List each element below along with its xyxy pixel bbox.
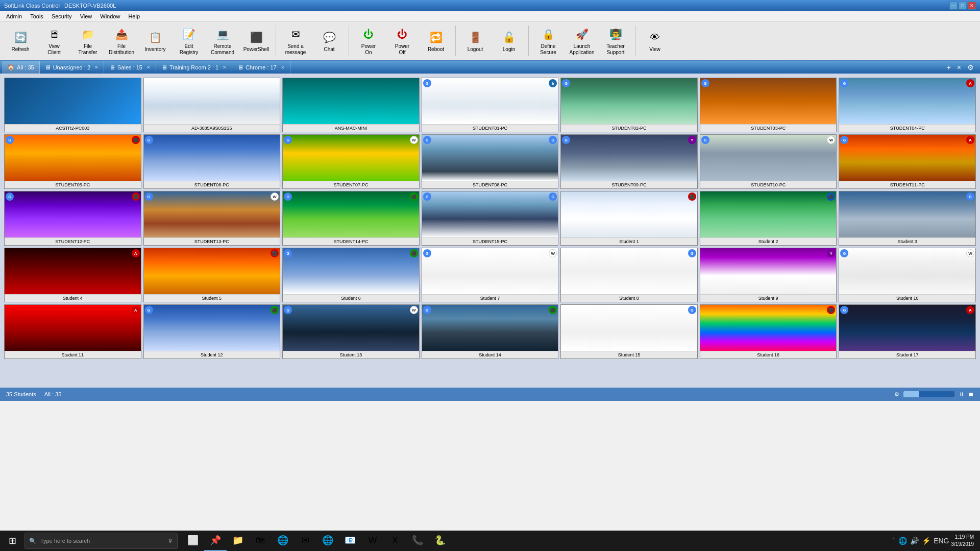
student-s14[interactable]: G ⬛ Student 14 (422, 304, 559, 359)
student-ST05[interactable]: G ⬛ STUDENT05-PC (4, 134, 141, 189)
student-s2[interactable]: ⬛ Student 2 (700, 191, 837, 246)
taskbar-app-explorer[interactable]: 📁 (227, 531, 249, 551)
close-button[interactable]: ✕ (968, 2, 976, 10)
systray-sound[interactable]: 🔊 (910, 537, 919, 545)
student-s10[interactable]: G W Student 10 (839, 248, 976, 302)
taskbar-app-excel[interactable]: X (384, 531, 406, 551)
restore-button[interactable]: □ (959, 2, 967, 10)
reboot-button[interactable]: 🔁 Reboot (420, 23, 452, 58)
login-button[interactable]: 🔓 Login (493, 23, 525, 58)
student-ST01[interactable]: G b STUDENT01-PC (422, 78, 559, 132)
student-ST15[interactable]: G G STUDENT15-PC (422, 191, 559, 246)
taskbar-app-mail[interactable]: ✉ (294, 531, 316, 551)
student-ST06[interactable]: G STUDENT06-PC (143, 134, 281, 189)
power-on-button[interactable]: ⏻ PowerOn (352, 23, 385, 58)
file-distribution-button[interactable]: 📤 FileDistribution (105, 23, 138, 58)
student-s8[interactable]: G Student 8 (560, 248, 698, 302)
tab-sales[interactable]: 🖥 Sales : 15 ✕ (104, 61, 156, 74)
view-button[interactable]: 👁 View (639, 23, 671, 58)
student-s3[interactable]: G Student 3 (839, 191, 976, 246)
systray-chevron[interactable]: ˄ (892, 537, 895, 545)
tab-chrome[interactable]: 🖥 Chrome : 17 ✕ (232, 61, 290, 74)
student-ST10[interactable]: G W STUDENT10-PC (700, 134, 837, 189)
student-ST04[interactable]: G A STUDENT04-PC (839, 78, 976, 132)
menu-tools[interactable]: Tools (26, 12, 47, 20)
student-s13[interactable]: G W Student 13 (282, 304, 420, 359)
student-s1[interactable]: ⬛ Student 1 (560, 191, 698, 246)
student-ST02[interactable]: G STUDENT02-PC (560, 78, 698, 132)
window-controls[interactable]: — □ ✕ (949, 2, 976, 10)
student-s5[interactable]: ⬛ Student 5 (143, 248, 281, 302)
view-client-button[interactable]: 🖥 ViewClient (38, 23, 70, 58)
tab-settings-button[interactable]: ⚙ (965, 63, 976, 71)
separator-3 (455, 26, 456, 56)
student-s9[interactable]: Y Student 9 (700, 248, 837, 302)
launch-application-button[interactable]: 🚀 LaunchApplication (566, 23, 598, 58)
student-s6[interactable]: G ⬛ Student 6 (282, 248, 420, 302)
systray-battery[interactable]: ⚡ (922, 537, 930, 545)
remote-command-button[interactable]: 💻 RemoteCommand (206, 23, 239, 58)
edit-registry-button[interactable]: 📝 EditRegistry (173, 23, 205, 58)
menu-security[interactable]: Security (47, 12, 76, 20)
tab-training-close[interactable]: ✕ (223, 65, 227, 70)
file-transfer-button[interactable]: 📁 FileTransfer (71, 23, 104, 58)
tab-chrome-close[interactable]: ✕ (281, 65, 285, 70)
taskbar-app-taskview[interactable]: ⬜ (182, 531, 204, 551)
taskbar-app-phone[interactable]: 📞 (406, 531, 429, 551)
student-ACSTR2-PC003[interactable]: ACSTR2-PC003 (4, 78, 141, 132)
student-s7[interactable]: G W Student 7 (422, 248, 559, 302)
student-s17[interactable]: G A Student 17 (839, 304, 976, 359)
close-tab-button[interactable]: × (955, 63, 963, 71)
student-s16[interactable]: ⬛ Student 16 (700, 304, 837, 359)
student-ST07[interactable]: G W STUDENT07-PC (282, 134, 420, 189)
tab-unassigned-close[interactable]: ✕ (94, 65, 99, 70)
teacher-support-button[interactable]: 👨‍🏫 TeacherSupport (599, 23, 632, 58)
student-AD-PC[interactable]: AD-3085A9S0S1S5 (143, 78, 281, 132)
tab-all[interactable]: 🏠 All : 35 (2, 61, 40, 74)
tab-training[interactable]: 🖥 Training Room 2 : 1 ✕ (156, 61, 232, 74)
chat-button[interactable]: 💬 Chat (313, 23, 346, 58)
student-ST08[interactable]: G G STUDENT08-PC (422, 134, 559, 189)
taskbar-app-outlook[interactable]: 📧 (339, 531, 361, 551)
student-s12[interactable]: G ⬛ Student 12 (143, 304, 281, 359)
taskbar-search-box[interactable]: 🔍 Type here to search 🎙 (24, 533, 178, 549)
menu-admin[interactable]: Admin (2, 12, 26, 20)
student-ST09[interactable]: G Y STUDENT09-PC (560, 134, 698, 189)
tab-chrome-label: Chrome : 17 (246, 64, 277, 70)
taskbar-app-ie[interactable]: 🌐 (316, 531, 339, 551)
tab-sales-close[interactable]: ✕ (146, 65, 151, 70)
taskbar-clock[interactable]: 1:19 PM 3/19/2019 (951, 534, 974, 548)
menu-help[interactable]: Help (124, 12, 144, 20)
taskbar-app-python[interactable]: 🐍 (429, 531, 451, 551)
add-tab-button[interactable]: + (945, 63, 953, 71)
student-s4[interactable]: A Student 4 (4, 248, 141, 302)
student-ST12[interactable]: G ⬛ STUDENT12-PC (4, 191, 141, 246)
student-ST11[interactable]: G A STUDENT11-PC (839, 134, 976, 189)
taskbar-app-word[interactable]: W (361, 531, 384, 551)
student-s11[interactable]: A Student 11 (4, 304, 141, 359)
inventory-button[interactable]: 📋 Inventory (139, 23, 172, 58)
systray-network[interactable]: 🌐 (898, 537, 907, 545)
student-ST14[interactable]: G ⬛ STUDENT14-PC (282, 191, 420, 246)
define-secure-button[interactable]: 🔒 DefineSecure (532, 23, 565, 58)
send-message-button[interactable]: ✉ Send amessage (279, 23, 312, 58)
minimize-button[interactable]: — (949, 2, 958, 10)
taskbar-app-store[interactable]: 🛍 (249, 531, 272, 551)
tab-unassigned[interactable]: 🖥 Unassigned : 2 ✕ (40, 61, 104, 74)
progress-pause[interactable]: ⏸ (959, 391, 964, 397)
powershell-button[interactable]: ⬛ PowerShell (240, 23, 273, 58)
menu-window[interactable]: Window (96, 12, 124, 20)
menu-view[interactable]: View (76, 12, 96, 20)
power-off-button[interactable]: ⏻ PowerOff (386, 23, 419, 58)
taskbar-app-edge[interactable]: 🌐 (272, 531, 294, 551)
student-ST03[interactable]: G STUDENT03-PC (700, 78, 837, 132)
student-ST13[interactable]: G W STUDENT13-PC (143, 191, 281, 246)
logout-button[interactable]: 🚪 Logout (459, 23, 492, 58)
label-s8: Student 8 (561, 294, 697, 302)
taskbar-app-pin1[interactable]: 📌 (204, 531, 227, 551)
progress-stop[interactable]: ⏹ (968, 391, 974, 397)
refresh-button[interactable]: 🔄 Refresh (4, 23, 37, 58)
start-button[interactable]: ⊞ (2, 531, 22, 551)
student-ANS-MAC[interactable]: ANS-MAC-MINI (282, 78, 420, 132)
student-s15[interactable]: G Student 15 (560, 304, 698, 359)
